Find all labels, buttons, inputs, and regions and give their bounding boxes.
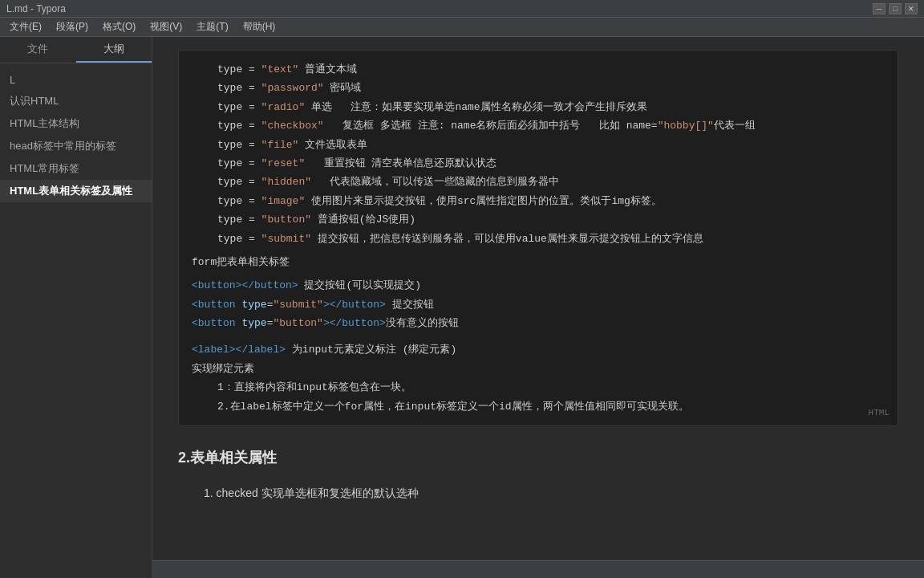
code-line-binding-2: 2.在label标签中定义一个for属性，在input标签定义一个id属性，两个… xyxy=(192,397,885,416)
code-line-button-2: <button type="submit"></button> 提交按钮 xyxy=(192,295,885,314)
code-line-password: type = "password" 密码域 xyxy=(192,79,885,97)
content-area: type = "text" 普通文本域 type = "password" 密码… xyxy=(152,37,924,578)
menu-paragraph[interactable]: 段落(P) xyxy=(50,18,95,35)
code-line-text: type = "text" 普通文本域 xyxy=(192,60,885,79)
menu-view[interactable]: 视图(V) xyxy=(144,18,188,35)
sidebar-item-html-structure[interactable]: HTML主体结构 xyxy=(0,112,152,135)
sidebar-item-head-tags[interactable]: head标签中常用的标签 xyxy=(0,135,152,157)
code-line-submit: type = "submit" 提交按钮，把信息传送到服务器，可以使用value… xyxy=(192,230,885,248)
code-line-image: type = "image" 使用图片来显示提交按钮，使用src属性指定图片的位… xyxy=(192,192,885,210)
main-layout: 文件 大纲 L 认识HTML HTML主体结构 head标签中常用的标签 HTM… xyxy=(0,37,924,578)
code-line-hidden: type = "hidden" 代表隐藏域，可以传送一些隐藏的信息到服务器中 xyxy=(192,173,885,191)
menu-help[interactable]: 帮助(H) xyxy=(237,18,282,35)
menu-file[interactable]: 文件(E) xyxy=(3,18,48,35)
code-line-checkbox: type = "checkbox" 复选框 多选框 注意: name名称后面必须… xyxy=(192,116,885,135)
sidebar-tabs: 文件 大纲 xyxy=(0,37,152,63)
section-heading-form-attrs: 2.表单相关属性 xyxy=(178,446,898,470)
title-bar-title: L.md - Typora xyxy=(6,3,66,14)
code-line-form-tags: form把表单相关标签 xyxy=(192,253,885,271)
title-bar-controls[interactable]: ─ □ ✕ xyxy=(873,3,918,14)
code-line-button-js: type = "button" 普通按钮(给JS使用) xyxy=(192,210,885,229)
tab-outline[interactable]: 大纲 xyxy=(76,37,152,63)
sidebar-item-l[interactable]: L xyxy=(0,70,152,90)
code-line-binding-title: 实现绑定元素 xyxy=(192,360,885,378)
sidebar-item-html-form[interactable]: HTML表单相关标签及属性 xyxy=(0,180,152,202)
code-line-reset: type = "reset" 重置按钮 清空表单信息还原默认状态 xyxy=(192,154,885,173)
code-line-radio: type = "radio" 单选 注意：如果要实现单选name属性名称必须一致… xyxy=(192,98,885,116)
code-line-file: type = "file" 文件选取表单 xyxy=(192,136,885,154)
status-bar xyxy=(152,560,924,578)
code-line-button-1: <button></button> 提交按钮(可以实现提交) xyxy=(192,276,885,295)
sidebar-item-html-tags[interactable]: HTML常用标签 xyxy=(0,157,152,180)
maximize-button[interactable]: □ xyxy=(889,3,902,14)
code-line-button-3: <button type="button"></button>没有意义的按钮 xyxy=(192,314,885,332)
code-line-label: <label></label> 为input元素定义标注 (绑定元素) xyxy=(192,340,885,359)
list-item-checked: 1. checked 实现单选框和复选框的默认选种 xyxy=(178,483,898,503)
sidebar-item-html-intro[interactable]: 认识HTML xyxy=(0,90,152,112)
title-bar: L.md - Typora ─ □ ✕ xyxy=(0,0,924,18)
menu-theme[interactable]: 主题(T) xyxy=(190,18,234,35)
editor-pane[interactable]: type = "text" 普通文本域 type = "password" 密码… xyxy=(152,37,924,560)
menu-format[interactable]: 格式(O) xyxy=(96,18,142,35)
minimize-button[interactable]: ─ xyxy=(873,3,886,14)
sidebar-nav: L 认识HTML HTML主体结构 head标签中常用的标签 HTML常用标签 … xyxy=(0,63,152,578)
menu-bar: 文件(E) 段落(P) 格式(O) 视图(V) 主题(T) 帮助(H) xyxy=(0,18,924,37)
sidebar: 文件 大纲 L 认识HTML HTML主体结构 head标签中常用的标签 HTM… xyxy=(0,37,152,578)
close-button[interactable]: ✕ xyxy=(905,3,918,14)
tab-files[interactable]: 文件 xyxy=(0,37,76,63)
code-lang-label: HTML xyxy=(869,405,890,421)
title-bar-left: L.md - Typora xyxy=(6,3,66,14)
code-line-binding-1: 1：直接将内容和input标签包含在一块。 xyxy=(192,378,885,397)
code-block-types: type = "text" 普通文本域 type = "password" 密码… xyxy=(178,50,898,426)
